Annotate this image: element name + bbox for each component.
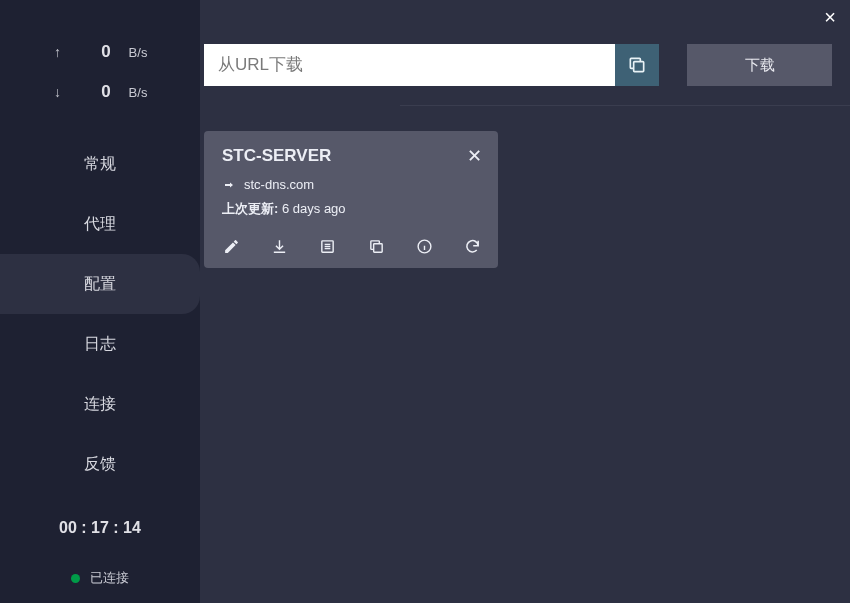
nav: 常规 代理 配置 日志 连接 反馈 (0, 124, 200, 501)
download-button[interactable]: 下载 (687, 44, 832, 86)
close-icon[interactable]: ✕ (467, 145, 482, 167)
nav-proxy[interactable]: 代理 (0, 194, 200, 254)
main-content: 下载 STC-SERVER ✕ stc-dns.com 上次更新: 6 days… (200, 0, 850, 603)
refresh-icon[interactable] (464, 236, 482, 256)
arrow-down-icon: ↓ (53, 84, 63, 100)
url-download-row: 下载 (200, 44, 850, 86)
status-dot-icon (71, 574, 80, 583)
profile-update-line: 上次更新: 6 days ago (222, 200, 482, 218)
status-text: 已连接 (90, 569, 129, 587)
svg-rect-2 (373, 243, 382, 252)
profile-domain: stc-dns.com (244, 177, 314, 192)
svg-rect-0 (634, 62, 644, 72)
uptime-timer: 00 : 17 : 14 (0, 501, 200, 555)
sidebar-footer: 00 : 17 : 14 已连接 (0, 501, 200, 603)
nav-general[interactable]: 常规 (0, 134, 200, 194)
update-value: 6 days ago (282, 201, 346, 216)
profile-domain-line: stc-dns.com (222, 177, 482, 192)
connection-status: 已连接 (0, 555, 200, 587)
upload-stat: ↑ 0 B/s (0, 32, 200, 72)
profile-card: STC-SERVER ✕ stc-dns.com 上次更新: 6 days ag… (204, 131, 498, 268)
divider (400, 105, 850, 106)
nav-config[interactable]: 配置 (0, 254, 200, 314)
paste-button[interactable] (615, 44, 659, 86)
nav-log[interactable]: 日志 (0, 314, 200, 374)
download-unit: B/s (129, 85, 148, 100)
profile-name: STC-SERVER (222, 146, 331, 166)
nav-feedback[interactable]: 反馈 (0, 434, 200, 494)
traffic-stats: ↑ 0 B/s ↓ 0 B/s (0, 0, 200, 124)
url-input-wrapper (204, 44, 659, 86)
arrow-up-icon: ↑ (53, 44, 63, 60)
duplicate-icon[interactable] (367, 236, 385, 256)
card-header: STC-SERVER ✕ (222, 145, 482, 167)
save-icon[interactable] (270, 236, 288, 256)
card-actions (222, 236, 482, 256)
copy-icon (627, 55, 647, 75)
upload-unit: B/s (129, 45, 148, 60)
download-stat: ↓ 0 B/s (0, 72, 200, 112)
list-icon[interactable] (319, 236, 337, 256)
nav-connection[interactable]: 连接 (0, 374, 200, 434)
edit-icon[interactable] (222, 236, 240, 256)
link-icon (222, 179, 236, 191)
upload-value: 0 (81, 42, 111, 62)
info-icon[interactable] (415, 236, 433, 256)
download-value: 0 (81, 82, 111, 102)
update-label: 上次更新: (222, 201, 278, 216)
url-input[interactable] (204, 44, 615, 86)
sidebar: ↑ 0 B/s ↓ 0 B/s 常规 代理 配置 日志 连接 反馈 00 : 1… (0, 0, 200, 603)
